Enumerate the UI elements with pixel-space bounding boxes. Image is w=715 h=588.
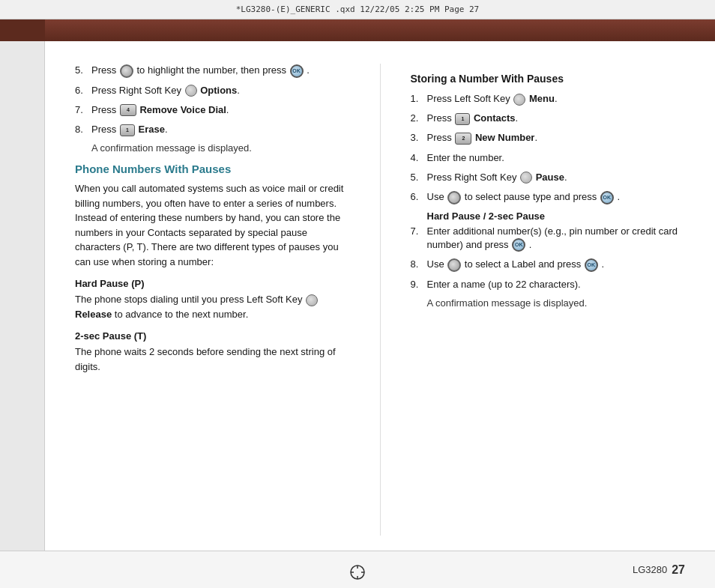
hard-pause-2sec-label: Hard Pause / 2-sec Pause [427,210,546,222]
period-7: . [226,104,229,115]
right-list-num-6: 6. [411,190,427,204]
period-r6: . [617,191,620,202]
footer-brand: LG3280 [633,564,667,575]
softkey-icon-6 [185,85,197,97]
period-8: . [165,124,168,135]
list-num-7: 7. [75,103,91,117]
right-list-content-8: Use to select a Label and press OK . [427,258,686,272]
left-sidebar [0,41,45,551]
right-list-item-6-wrapper: 6. Use to select pause type and press OK… [411,190,686,222]
period-r7: . [529,239,532,250]
right-list-num-4: 4. [411,151,427,165]
list-num-5: 5. [75,64,91,78]
list-item-8-wrapper: 8. Press 1 Erase. A confirmation message… [75,123,350,154]
storing-section-header: Storing a Number With Pauses [411,73,686,85]
list-item-8: 8. Press 1 Erase. [75,123,350,136]
right-list-content-5: Press Right Soft Key Pause. [427,171,686,184]
pause-label: Pause [536,172,564,183]
options-label: Options [200,85,237,96]
right-list-num-9: 9. [411,278,427,291]
right-list-item-9-wrapper: 9. Enter a name (up to 22 characters). A… [411,278,686,309]
right-list-content-9: Enter a name (up to 22 characters). [427,278,686,291]
footer-page: LG3280 27 [633,563,685,577]
key-2abc-icon-r3: 2 [455,133,471,145]
content-area: 5. Press to highlight the number, then p… [0,41,715,551]
ok-icon-r6: OK [600,191,614,204]
right-list-num-5: 5. [411,171,427,184]
two-sec-text: The phone waits 2 seconds before sending… [75,345,350,374]
hard-pause-text: The phone stops dialing until you press … [75,292,350,321]
list-content-8: Press 1 Erase. [91,123,350,136]
period-r2: . [516,112,519,124]
nav-icon-r6 [447,191,461,204]
right-list-content-2: Press 1 Contacts. [427,112,686,125]
press-label: Press [91,64,116,76]
erase-label: Erase [138,124,164,135]
left-column: 5. Press to highlight the number, then p… [75,64,350,536]
nav-icon-r8 [447,258,461,272]
confirmation-r9: A confirmation message is displayed. [427,297,686,309]
right-list-content-1: Press Left Soft Key Menu. [427,92,686,106]
list-num-8: 8. [75,123,91,136]
crosshair-bottom-icon [349,564,366,581]
right-list-num-2: 2. [411,112,427,125]
enter-number-label: Enter the number. [427,152,504,163]
registration-strip: *LG3280-(E)_GENERIC .qxd 12/22/05 2:25 P… [0,0,715,19]
hard-pause-before: The phone stops dialing until you press … [75,294,305,305]
hard-pause-title: Hard Pause (P) [75,278,350,289]
right-list-item-5: 5. Press Right Soft Key Pause. [411,171,686,184]
right-list-content-6: Use to select pause type and press OK . [427,190,686,204]
period-r1: . [555,93,558,104]
press-r2: Press [427,112,455,124]
period-r3: . [534,132,537,143]
remove-voice-label: Remove Voice Dial [139,104,226,115]
highlight-text: to highlight the number, then press [136,64,289,76]
two-sec-section: 2-sec Pause (T) The phone waits 2 second… [75,330,350,374]
hard-pause-after: to advance to the next number. [115,309,249,320]
softkey-icon-1 [513,94,525,106]
list-item-5: 5. Press to highlight the number, then p… [75,64,350,78]
right-list-num-3: 3. [411,131,427,145]
period-r8: . [601,258,604,270]
right-list-content-7: Enter additional number(s) (e.g., pin nu… [427,225,686,252]
list-num-6: 6. [75,84,91,97]
right-list-num-8: 8. [411,258,427,272]
press-r3: Press [427,132,455,143]
press-8: Press [91,124,119,135]
right-list-item-3: 3. Press 2 New Number. [411,131,686,145]
doc-area: 5. Press to highlight the number, then p… [45,41,715,551]
confirmation-8: A confirmation message is displayed. [91,142,350,154]
period-r5: . [564,172,567,183]
column-divider [380,64,381,536]
softkey-icon-hard-pause [306,294,318,306]
select-pause-text: to select pause type and press [465,191,600,202]
key-4in-icon: 4 [120,104,136,116]
press-right-6: Press Right Soft Key [91,85,184,96]
select-label-text: to select a Label and press [465,258,584,270]
right-list-item-2: 2. Press 1 Contacts. [411,112,686,125]
period-5: . [307,64,310,76]
footer-page-num: 27 [672,563,685,577]
hard-pause-section: Hard Pause (P) The phone stops dialing u… [75,278,350,321]
phone-numbers-intro: When you call automated systems such as … [75,181,350,269]
right-list-item-8: 8. Use to select a Label and press OK . [411,258,686,272]
phone-numbers-heading: Phone Numbers With Pauses [75,163,350,175]
ok-icon-5: OK [290,64,304,78]
use-r6: Use [427,191,447,202]
right-list-content-3: Press 2 New Number. [427,131,686,145]
two-sec-title: 2-sec Pause (T) [75,330,350,342]
menu-label: Menu [529,93,555,104]
phone-numbers-section: Phone Numbers With Pauses When you call … [75,163,350,269]
right-list-num-7: 7. [411,225,427,252]
list-content-7: Press 4 Remove Voice Dial. [91,103,350,117]
key-1z-icon-8: 1 [120,124,135,136]
nav-icon-5 [120,64,133,78]
use-r8: Use [427,258,447,270]
press-left-1: Press Left Soft Key [427,93,513,104]
right-list-item-9: 9. Enter a name (up to 22 characters). [411,278,686,291]
press-right-r5: Press Right Soft Key [427,172,520,183]
ok-icon-r7: OK [512,238,525,252]
ok-icon-r8: OK [585,258,598,272]
list-item-6: 6. Press Right Soft Key Options. [75,84,350,97]
enter-additional-text: Enter additional number(s) (e.g., pin nu… [427,225,678,250]
